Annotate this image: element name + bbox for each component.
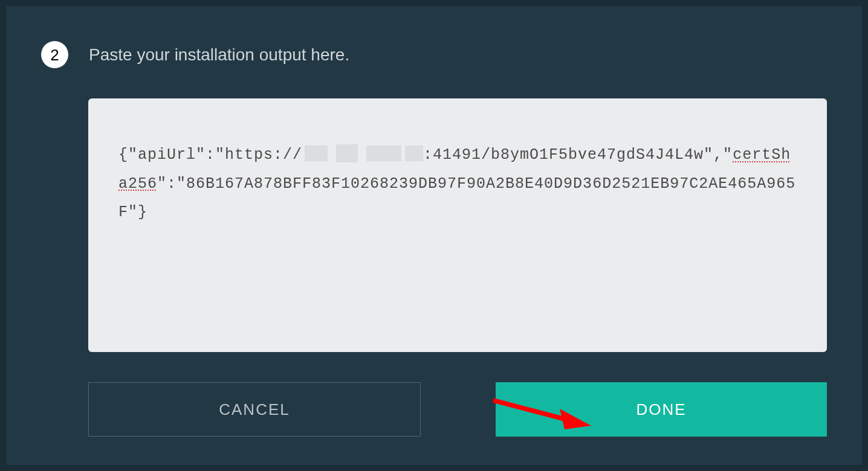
done-button[interactable]: DONE [496, 382, 827, 437]
output-text-cert: cert [733, 146, 771, 164]
step-content: {"apiUrl":"https://:41491/b8ymO1F5bve47g… [41, 98, 827, 437]
output-text-seg3: ":"86B167A878BFF83F10268239DB97F90A2B8E4… [118, 175, 795, 222]
installation-output-textarea[interactable]: {"apiUrl":"https://:41491/b8ymO1F5bve47g… [88, 98, 827, 352]
output-text-seg1: {"apiUrl":"https:// [118, 146, 302, 164]
redacted-block [336, 144, 358, 162]
step-panel: 2 Paste your installation output here. {… [6, 6, 862, 465]
redacted-block [305, 146, 328, 161]
step-header: 2 Paste your installation output here. [41, 41, 827, 68]
redacted-block [405, 146, 423, 161]
redacted-block [366, 146, 401, 161]
step-number-badge: 2 [41, 41, 68, 68]
step-title: Paste your installation output here. [89, 45, 349, 65]
output-text-seg2: :41491/b8ymO1F5bve47gdS4J4L4w"," [423, 146, 733, 164]
button-row: CANCEL DONE [88, 382, 827, 437]
cancel-button[interactable]: CANCEL [88, 382, 421, 437]
